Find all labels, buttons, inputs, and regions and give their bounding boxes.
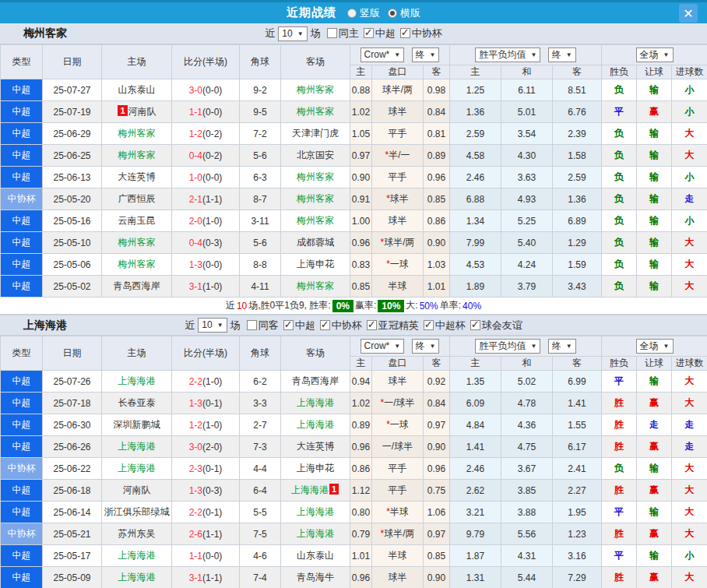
home-team-cell: 大连英博 xyxy=(102,167,172,188)
avg-win-cell: 1.36 xyxy=(450,101,501,123)
avg-win-cell: 7.99 xyxy=(450,232,501,254)
goals-result-cell: 小 xyxy=(672,545,707,567)
type-cell: 中超 xyxy=(1,393,43,414)
result-cell: 负 xyxy=(602,167,637,188)
handicap-result-cell: 输 xyxy=(637,210,672,232)
col-corner: 角球 xyxy=(240,336,281,371)
filter-checkbox[interactable] xyxy=(320,320,330,330)
avg-lose-cell: 1.55 xyxy=(553,414,602,436)
odds-state-select[interactable]: 终▼ xyxy=(412,48,440,62)
filter-checkbox[interactable] xyxy=(327,28,337,38)
filter-checkbox[interactable] xyxy=(424,320,434,330)
type-cell: 中超 xyxy=(1,567,43,588)
team-label: 青岛西海岸 xyxy=(292,375,339,386)
handicap-label: 一/球半 xyxy=(382,441,413,452)
team-label: 浙江俱乐部绿城 xyxy=(104,506,170,517)
team-label: 上海海港 xyxy=(291,484,329,495)
handicap-cell: *一/球半 xyxy=(372,393,424,414)
team-label: 成都蓉城 xyxy=(297,237,334,248)
away-team-cell: 青岛海牛 xyxy=(281,567,350,588)
type-cell: 中超 xyxy=(1,210,43,232)
type-cell: 中超 xyxy=(1,436,43,458)
match-row: 中协杯25-05-20广西恒辰2-1(1-1)8-7梅州客家0.91*球半0.8… xyxy=(1,188,707,210)
type-cell: 中超 xyxy=(1,371,43,393)
goals-result-cell: 大 xyxy=(672,480,707,502)
avg-type-select[interactable]: 胜平负均值▼ xyxy=(475,339,540,354)
avg-lose-cell: 2.39 xyxy=(553,123,602,145)
filter-checkbox[interactable] xyxy=(470,320,480,330)
away-odds-cell: 0.90 xyxy=(424,436,450,458)
score-cell: 1-1(0-0) xyxy=(172,545,240,567)
goals-result-cell: 大 xyxy=(672,523,707,545)
avg-state-select[interactable]: 终▼ xyxy=(548,339,576,354)
col-date: 日期 xyxy=(43,336,102,371)
odds-select-group: Crow*▼ 终▼ xyxy=(350,45,450,65)
handicap-cell: *球半/两 xyxy=(372,523,424,545)
col-score: 比分(半场) xyxy=(172,336,240,371)
home-odds-cell: 0.89 xyxy=(350,414,372,436)
corner-cell: 3-11 xyxy=(240,210,281,232)
handicap-label: 球半 xyxy=(390,193,409,204)
avg-lose-cell: 6.17 xyxy=(553,436,602,458)
score-cell: 3-1(1-1) xyxy=(172,567,240,588)
type-cell: 中协杯 xyxy=(1,188,43,210)
avg-draw-cell: 6.11 xyxy=(501,79,553,101)
filter-checkbox[interactable] xyxy=(367,320,377,330)
sub-handicap: 盘口 xyxy=(372,65,424,79)
home-odds-cell: 0.80 xyxy=(350,502,372,523)
filters: 近 10▼ 场 同主中超中协杯 xyxy=(264,26,442,41)
home-team-cell: 梅州客家 xyxy=(102,254,172,276)
odds-state-select[interactable]: 终▼ xyxy=(412,339,440,354)
away-team-cell: 梅州客家 xyxy=(281,188,350,210)
away-team-cell: 上海海港 xyxy=(281,502,350,523)
team-label: 上海海港 xyxy=(118,441,156,452)
filter-checkbox-label: 球会友谊 xyxy=(482,319,522,331)
fulltime-score: 2-0 xyxy=(189,216,202,227)
date-cell: 25-07-19 xyxy=(43,101,102,123)
close-icon[interactable]: ✕ xyxy=(679,4,698,23)
fulltime-score: 1-2 xyxy=(189,420,202,431)
chevron-down-icon: ▼ xyxy=(430,49,436,61)
corner-cell: 6-2 xyxy=(240,371,281,393)
filter-checkbox[interactable] xyxy=(247,320,257,330)
halftime-score: (0-0) xyxy=(202,172,222,183)
goals-result-cell: 小 xyxy=(672,210,707,232)
match-count-select[interactable]: 10▼ xyxy=(198,318,227,333)
match-count-select[interactable]: 10▼ xyxy=(278,26,307,41)
match-row: 中协杯25-05-21苏州东吴2-6(1-1)7-5上海海港0.79*球半/两0… xyxy=(1,523,707,545)
avg-type-select[interactable]: 胜平负均值▼ xyxy=(475,48,540,62)
home-team-cell: 山东泰山 xyxy=(102,79,172,101)
home-odds-cell: 0.86 xyxy=(350,458,372,480)
filter-checkbox[interactable] xyxy=(400,28,410,38)
chevron-down-icon: ▼ xyxy=(430,340,436,352)
away-team-cell: 上海申花 xyxy=(281,254,350,276)
handicap-result-cell: 输 xyxy=(637,232,672,254)
sub-away-odds: 客 xyxy=(424,65,450,79)
away-team-cell: 上海海港 xyxy=(281,414,350,436)
team-label: 上海申花 xyxy=(297,259,334,269)
chevron-down-icon: ▼ xyxy=(566,49,572,61)
avg-state-select[interactable]: 终▼ xyxy=(548,48,576,62)
scope-select[interactable]: 全场▼ xyxy=(636,48,674,62)
sub-avg-draw: 和 xyxy=(501,65,553,79)
radio-vertical-layout[interactable] xyxy=(347,9,357,18)
fulltime-score: 2-1 xyxy=(189,194,202,205)
sub-handicap-result: 让球 xyxy=(637,65,672,79)
avg-draw-cell: 4.36 xyxy=(501,414,553,436)
chevron-down-icon: ▼ xyxy=(530,340,536,352)
team-label: 青岛西海岸 xyxy=(114,280,160,291)
matches-tbody: 中超25-07-27山东泰山3-0(0-0)9-2梅州客家0.88球半/两0.9… xyxy=(1,79,707,298)
avg-win-cell: 4.58 xyxy=(450,145,501,167)
halftime-score: (0-0) xyxy=(202,107,222,118)
away-team-cell: 成都蓉城 xyxy=(281,232,350,254)
matches-table: 类型 日期 主场 比分(半场) 角球 客场 Crow*▼ 终▼ 胜平负均值▼ 终… xyxy=(0,44,707,298)
handicap-label: 平手 xyxy=(389,128,407,139)
odds-company-select[interactable]: Crow*▼ xyxy=(361,48,405,62)
filter-checkbox[interactable] xyxy=(283,320,294,330)
filter-checkbox[interactable] xyxy=(364,28,374,38)
radio-horizontal-layout[interactable] xyxy=(388,9,397,18)
scope-select[interactable]: 全场▼ xyxy=(636,339,674,354)
away-team-cell: 梅州客家 xyxy=(281,167,350,188)
type-cell: 中超 xyxy=(1,502,43,523)
odds-company-select[interactable]: Crow*▼ xyxy=(361,339,405,354)
